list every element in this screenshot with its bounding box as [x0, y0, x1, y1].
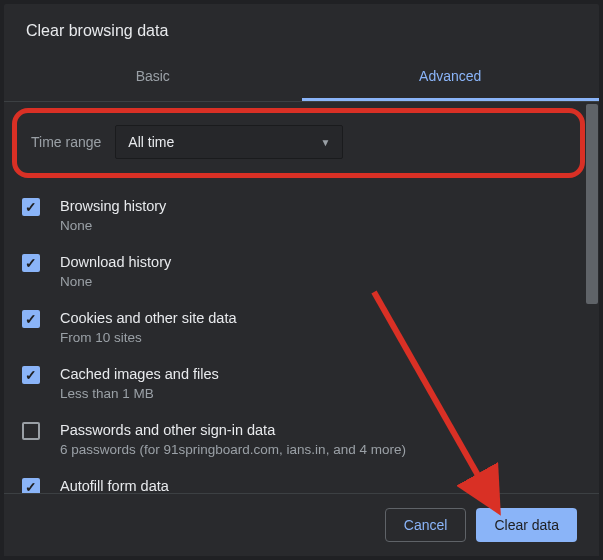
dialog-footer: Cancel Clear data	[4, 493, 599, 556]
option-title: Cached images and files	[60, 364, 219, 384]
checkbox-passwords[interactable]	[22, 422, 40, 440]
option-title: Download history	[60, 252, 171, 272]
option-cookies[interactable]: Cookies and other site data From 10 site…	[18, 300, 579, 356]
scroll-area: Time range All time ▼ Browsing history N…	[4, 101, 599, 493]
tab-basic[interactable]: Basic	[4, 54, 302, 101]
checkbox-cookies[interactable]	[22, 310, 40, 328]
checkbox-cached[interactable]	[22, 366, 40, 384]
dialog-title: Clear browsing data	[4, 4, 599, 54]
option-subtitle: From 10 sites	[60, 328, 237, 348]
scrollbar[interactable]	[585, 104, 599, 495]
time-range-value: All time	[128, 134, 174, 150]
option-title: Browsing history	[60, 196, 166, 216]
option-subtitle: None	[60, 272, 171, 292]
checkbox-download-history[interactable]	[22, 254, 40, 272]
time-range-select[interactable]: All time ▼	[115, 125, 343, 159]
checkbox-browsing-history[interactable]	[22, 198, 40, 216]
chevron-down-icon: ▼	[320, 137, 330, 148]
time-range-label: Time range	[31, 134, 101, 150]
clear-data-button[interactable]: Clear data	[476, 508, 577, 542]
cancel-button[interactable]: Cancel	[385, 508, 467, 542]
option-title: Cookies and other site data	[60, 308, 237, 328]
clear-browsing-data-dialog: Clear browsing data Basic Advanced Time …	[4, 4, 599, 556]
option-subtitle: 6 passwords (for 91springboard.com, ians…	[60, 440, 406, 460]
tab-bar: Basic Advanced	[4, 54, 599, 101]
option-subtitle: Less than 1 MB	[60, 384, 219, 404]
tab-advanced[interactable]: Advanced	[302, 54, 600, 101]
option-subtitle: None	[60, 216, 166, 236]
option-browsing-history[interactable]: Browsing history None	[18, 188, 579, 244]
time-range-highlight: Time range All time ▼	[12, 108, 585, 178]
option-download-history[interactable]: Download history None	[18, 244, 579, 300]
option-title: Passwords and other sign-in data	[60, 420, 406, 440]
scroll-thumb[interactable]	[586, 104, 598, 304]
option-passwords[interactable]: Passwords and other sign-in data 6 passw…	[18, 412, 579, 468]
option-cached[interactable]: Cached images and files Less than 1 MB	[18, 356, 579, 412]
